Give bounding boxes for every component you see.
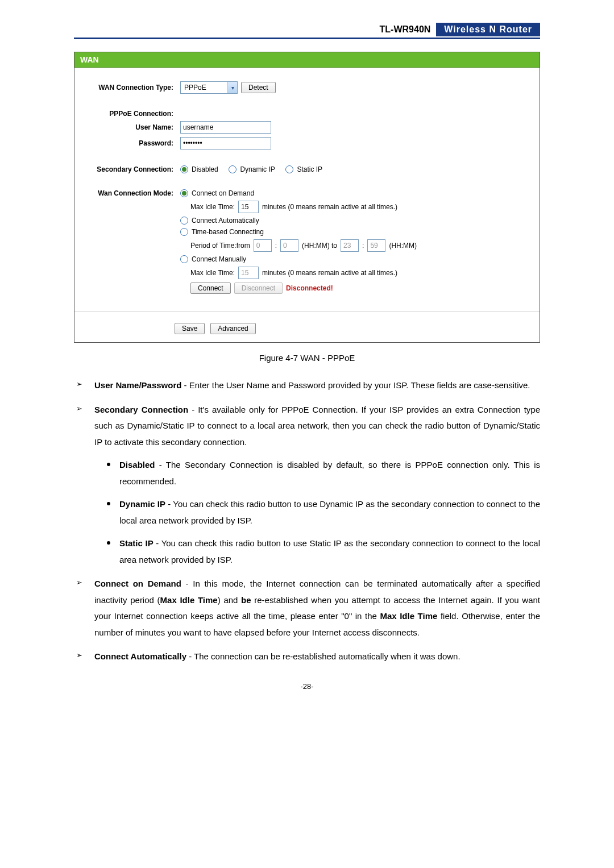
disconnect-button[interactable]: Disconnect — [234, 283, 283, 294]
secondary-disabled-text: Disabled — [192, 165, 218, 173]
mode-auto-radio[interactable] — [180, 217, 188, 225]
list-item: Connect Automatically - The connection c… — [74, 649, 540, 665]
secondary-dynamic-text: Dynamic IP — [240, 165, 275, 173]
mode-manual-radio[interactable] — [180, 255, 188, 263]
mode-time-text: Time-based Connecting — [192, 228, 264, 236]
chevron-down-icon: ▾ — [227, 82, 237, 93]
mode-manual-text: Connect Manually — [192, 255, 246, 263]
idle2-input[interactable] — [238, 267, 259, 279]
period-label: Period of Time:from — [190, 242, 250, 250]
description-list: User Name/Password - Enter the User Name… — [74, 377, 540, 665]
period-tail: (HH:MM) — [389, 242, 417, 250]
secondary-static-radio[interactable] — [285, 165, 293, 173]
mode-auto-text: Connect Automatically — [192, 217, 259, 225]
list-item: Static IP - You can check this radio but… — [105, 535, 540, 568]
divider — [74, 311, 540, 312]
pppoe-section-label: PPPoE Connection: — [82, 110, 180, 118]
list-item: Secondary Connection - It's available on… — [74, 402, 540, 568]
secondary-disabled-radio[interactable] — [180, 165, 188, 173]
advanced-button[interactable]: Advanced — [210, 323, 255, 334]
wan-mode-label: Wan Connection Mode: — [82, 189, 180, 197]
list-item: User Name/Password - Enter the User Name… — [74, 377, 540, 394]
mode-demand-text: Connect on Demand — [192, 189, 254, 197]
password-input[interactable] — [180, 137, 271, 149]
list-item: Dynamic IP - You can check this radio bu… — [105, 496, 540, 529]
save-button[interactable]: Save — [175, 323, 205, 334]
connect-button[interactable]: Connect — [190, 283, 231, 294]
period-to-m-input[interactable] — [367, 239, 385, 252]
period-from-h-input[interactable] — [254, 239, 272, 252]
period-from-m-input[interactable] — [280, 239, 298, 252]
list-item: Disabled - The Secondary Connection is d… — [105, 457, 540, 489]
period-mid: (HH:MM) to — [302, 242, 337, 250]
product-label: Wireless N Router — [436, 23, 540, 36]
idle2-label: Max Idle Time: — [190, 269, 235, 277]
secondary-static-text: Static IP — [297, 165, 322, 173]
detect-button[interactable]: Detect — [241, 82, 276, 93]
password-label: Password: — [82, 139, 180, 147]
wan-panel-title: WAN — [74, 52, 540, 68]
model-label: TL-WR940N — [374, 23, 437, 36]
mode-time-radio[interactable] — [180, 228, 188, 236]
mode-demand-radio[interactable] — [180, 189, 188, 197]
list-item: Connect on Demand - In this mode, the In… — [74, 576, 540, 641]
page-number: -28- — [74, 682, 540, 691]
period-to-h-input[interactable] — [341, 239, 359, 252]
wan-settings-screenshot: WAN WAN Connection Type: PPPoE ▾ Detect … — [74, 52, 540, 343]
header-bar: TL-WR940N Wireless N Router — [74, 23, 540, 39]
wan-conn-type-select[interactable]: PPPoE ▾ — [180, 81, 238, 94]
idle1-input[interactable] — [238, 201, 259, 213]
connection-status: Disconnected! — [286, 284, 333, 292]
username-label: User Name: — [82, 123, 180, 131]
idle2-tail: minutes (0 means remain active at all ti… — [262, 269, 397, 277]
username-input[interactable] — [180, 121, 271, 134]
idle1-label: Max Idle Time: — [190, 203, 235, 211]
wan-conn-type-label: WAN Connection Type: — [82, 84, 180, 92]
secondary-conn-label: Secondary Connection: — [82, 165, 180, 173]
secondary-dynamic-radio[interactable] — [229, 165, 237, 173]
idle1-tail: minutes (0 means remain active at all ti… — [262, 203, 397, 211]
figure-caption: Figure 4-7 WAN - PPPoE — [74, 353, 540, 363]
